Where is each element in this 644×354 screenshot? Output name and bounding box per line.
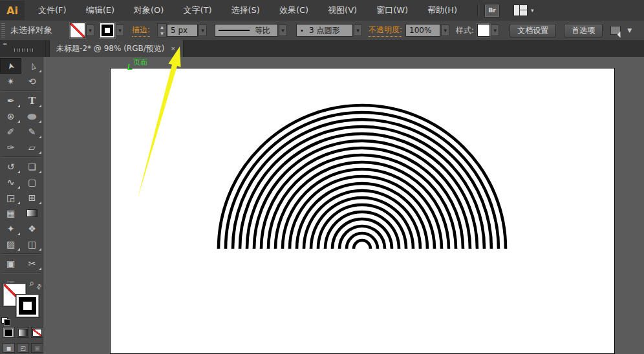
artboard-page[interactable] bbox=[110, 68, 615, 354]
panel-grip[interactable] bbox=[1, 23, 5, 37]
column-graph-tool[interactable]: ◫ bbox=[21, 236, 43, 252]
flyout-corner-icon bbox=[39, 136, 41, 138]
selection-tool[interactable]: ➤ bbox=[0, 58, 21, 74]
blob-brush-tool[interactable]: ✑ bbox=[0, 140, 21, 155]
eyedropper-tool[interactable]: ✦ bbox=[0, 221, 21, 236]
width-profile-select[interactable]: 等比 bbox=[215, 24, 278, 37]
direct-selection-tool[interactable]: ▻ bbox=[21, 58, 43, 74]
close-tab-icon[interactable]: × bbox=[169, 45, 176, 52]
stroke-weight-stepper[interactable]: ▲▼ bbox=[157, 23, 167, 37]
stroke-color-swatch[interactable] bbox=[100, 23, 115, 38]
magic-wand-tool[interactable]: ✴ bbox=[0, 74, 21, 89]
bridge-button[interactable]: Br bbox=[485, 5, 499, 17]
type-tool[interactable]: T bbox=[21, 93, 43, 109]
slice-tool-icon: ✂ bbox=[28, 259, 36, 268]
shape-builder-tool[interactable]: ◲ bbox=[0, 190, 21, 205]
ellipse-tool[interactable]: ● bbox=[21, 109, 43, 124]
menubar-divider bbox=[477, 4, 478, 17]
fill-color-swatch[interactable] bbox=[70, 23, 85, 38]
stepper-down-icon[interactable]: ▼ bbox=[158, 30, 166, 37]
perspective-grid-tool-icon: ⊞ bbox=[28, 193, 36, 202]
tool-group-divider bbox=[2, 90, 41, 92]
menubar-right: Br ▾ bbox=[471, 4, 534, 17]
select-similar-icon[interactable] bbox=[610, 26, 621, 35]
slice-tool[interactable]: ✂ bbox=[21, 256, 43, 271]
stroke-weight-label[interactable]: 描边: bbox=[132, 25, 150, 37]
gradient-button[interactable] bbox=[17, 327, 29, 338]
control-bar: 未选择对象 ▼ ▼ 描边: ▲▼ 5 px ▼ 等比 ▼ • 3 点圆形 ▼ 不… bbox=[0, 21, 644, 41]
eraser-tool[interactable]: ▱ bbox=[21, 140, 43, 155]
pen-tool-icon: ✒ bbox=[7, 96, 15, 105]
stroke-indicator[interactable] bbox=[16, 295, 39, 317]
brush-definition-dropdown-icon[interactable]: ▼ bbox=[354, 25, 362, 36]
free-transform-tool[interactable]: ▢ bbox=[21, 174, 43, 190]
preferences-button[interactable]: 首选项 bbox=[564, 24, 603, 37]
menubar-item-6[interactable]: 视图(V) bbox=[318, 0, 367, 21]
mesh-tool[interactable]: ▦ bbox=[0, 205, 21, 221]
menubar-item-2[interactable]: 对象(O) bbox=[124, 0, 173, 21]
panel-drag-grip[interactable] bbox=[14, 48, 35, 52]
brush-definition-select[interactable]: • 3 点圆形 bbox=[296, 24, 353, 37]
style-dropdown-icon[interactable]: ▼ bbox=[491, 25, 499, 36]
flyout-corner-icon bbox=[39, 105, 41, 107]
style-swatch[interactable] bbox=[477, 24, 490, 37]
width-profile-dropdown-icon[interactable]: ▼ bbox=[279, 25, 287, 36]
none-icon bbox=[32, 329, 42, 337]
perspective-grid-tool[interactable]: ⊞ bbox=[21, 190, 43, 205]
shape-builder-tool-icon: ◲ bbox=[6, 193, 15, 202]
document-setup-button[interactable]: 文档设置 bbox=[510, 24, 556, 37]
menubar: Ai 文件(F)编辑(E)对象(O)文字(T)选择(S)效果(C)视图(V)窗口… bbox=[0, 0, 644, 22]
blend-tool[interactable]: ❖ bbox=[21, 221, 43, 236]
magic-wand-tool-icon: ✴ bbox=[7, 77, 15, 86]
draw-inside-button[interactable]: ▣ bbox=[31, 343, 43, 353]
collapse-panel-icon[interactable]: ◂◂ bbox=[3, 41, 6, 47]
blob-brush-tool-icon: ✑ bbox=[7, 143, 15, 152]
menubar-item-5[interactable]: 效果(C) bbox=[270, 0, 318, 21]
mesh-tool-icon: ▦ bbox=[6, 209, 15, 218]
flyout-corner-icon bbox=[39, 120, 41, 123]
type-tool-icon: T bbox=[28, 96, 36, 106]
paintbrush-tool[interactable]: ✐ bbox=[0, 124, 21, 140]
draw-normal-button[interactable]: ◼ bbox=[3, 343, 15, 353]
flyout-corner-icon bbox=[39, 202, 41, 204]
symbol-sprayer-tool[interactable]: ▨ bbox=[0, 236, 21, 252]
swap-fill-stroke-icon[interactable]: ⇄ bbox=[34, 282, 43, 291]
default-fill-stroke-icon[interactable] bbox=[1, 317, 10, 326]
flyout-corner-icon bbox=[39, 267, 41, 270]
draw-behind-button[interactable]: ◰ bbox=[17, 343, 29, 353]
free-transform-tool-icon: ▢ bbox=[28, 178, 36, 187]
stroke-weight-input[interactable]: 5 px bbox=[167, 24, 198, 37]
color-button[interactable] bbox=[3, 327, 15, 338]
arrange-documents-button[interactable]: ▾ bbox=[513, 5, 534, 16]
scale-tool[interactable]: ❏ bbox=[21, 159, 43, 174]
pen-tool[interactable]: ✒ bbox=[0, 93, 21, 109]
fill-dropdown-icon[interactable]: ▼ bbox=[86, 25, 94, 36]
menubar-item-7[interactable]: 窗口(W) bbox=[367, 0, 418, 21]
paintbrush-tool-icon: ✐ bbox=[7, 127, 15, 136]
gradient-tool[interactable] bbox=[21, 205, 43, 221]
stepper-up-icon[interactable]: ▲ bbox=[158, 24, 166, 30]
fill-stroke-indicator: ⇄ bbox=[0, 282, 43, 324]
menubar-item-0[interactable]: 文件(F) bbox=[28, 0, 76, 21]
scale-tool-icon: ❏ bbox=[28, 162, 36, 171]
polar-grid-tool[interactable]: ⊛ bbox=[0, 109, 21, 124]
pencil-tool[interactable]: ✎ bbox=[21, 124, 43, 140]
select-similar-dropdown-icon[interactable]: ▼ bbox=[627, 28, 632, 34]
menubar-item-8[interactable]: 帮助(H) bbox=[418, 0, 467, 21]
lasso-tool[interactable]: ⟲ bbox=[21, 74, 43, 89]
opacity-label[interactable]: 不透明度: bbox=[369, 25, 402, 37]
opacity-dropdown-icon[interactable]: ▼ bbox=[441, 25, 449, 36]
color-icon bbox=[5, 329, 13, 337]
menubar-item-3[interactable]: 文字(T) bbox=[173, 0, 221, 21]
menubar-item-4[interactable]: 选择(S) bbox=[221, 0, 269, 21]
menubar-item-1[interactable]: 编辑(E) bbox=[76, 0, 124, 21]
stroke-weight-dropdown-icon[interactable]: ▼ bbox=[199, 25, 207, 36]
none-button[interactable] bbox=[31, 327, 43, 338]
artboard-tool[interactable]: ▣ bbox=[0, 256, 21, 271]
document-tab[interactable]: 未标题-2* @ 98% (RGB/预览) × bbox=[49, 40, 184, 57]
stroke-dropdown-icon[interactable]: ▼ bbox=[116, 25, 124, 36]
layout-grid-icon bbox=[513, 5, 528, 16]
opacity-input[interactable]: 100% bbox=[405, 24, 440, 37]
rotate-tool[interactable]: ↺ bbox=[0, 159, 21, 174]
width-tool[interactable]: ∿ bbox=[0, 174, 21, 190]
